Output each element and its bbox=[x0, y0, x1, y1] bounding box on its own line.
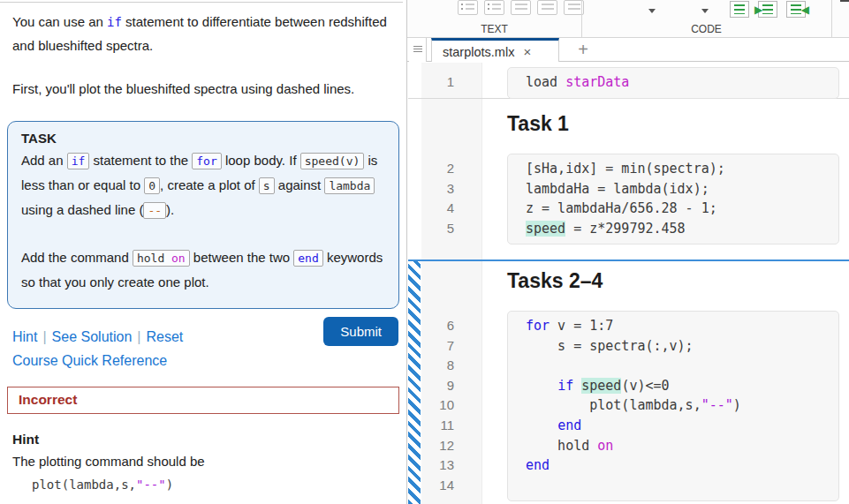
link-separator: | bbox=[137, 329, 140, 344]
inline-code-token: if bbox=[67, 153, 90, 169]
line-number: 7 bbox=[421, 336, 454, 357]
code-block[interactable]: for v = 1:7 s = spectra(:,v); if speed(v… bbox=[507, 311, 839, 501]
course-quick-reference-row: Course Quick Reference bbox=[12, 353, 406, 369]
editor-toolbar: TEXT ▶◀ CODE bbox=[407, 0, 849, 38]
toolbar-divider bbox=[831, 0, 832, 37]
inline-code-token: hold on bbox=[133, 250, 190, 267]
run-section-icon[interactable] bbox=[730, 1, 749, 18]
code-block[interactable]: [sHa,idx] = min(spectra);lambdaHa = lamb… bbox=[507, 154, 839, 244]
code-line[interactable]: lambdaHa = lambda(idx); bbox=[526, 179, 838, 199]
task-box-title: TASK bbox=[21, 131, 385, 146]
bulleted-list-icon[interactable] bbox=[458, 0, 478, 15]
section-break-selected bbox=[408, 260, 849, 261]
inline-code-token: speed(v) bbox=[300, 153, 365, 169]
dropdown-caret-icon[interactable] bbox=[701, 9, 709, 13]
code-editor[interactable]: 1load starDataTask 12345[sHa,idx] = min(… bbox=[407, 62, 849, 504]
code-run-icons: ▶◀ bbox=[730, 1, 806, 18]
task-box: TASK Add an if statement to the for loop… bbox=[7, 121, 399, 309]
feedback-status: Incorrect bbox=[19, 392, 77, 407]
code-line[interactable]: [sHa,idx] = min(spectra); bbox=[526, 159, 838, 179]
inline-code-token: end bbox=[293, 250, 322, 267]
hint-title: Hint bbox=[12, 432, 406, 448]
code-line[interactable]: hold on bbox=[526, 436, 838, 456]
hint-body: The plotting command should be bbox=[12, 454, 406, 469]
section-heading[interactable]: Tasks 2–4 bbox=[507, 269, 603, 293]
line-number: 9 bbox=[421, 376, 454, 396]
line-number: 6 bbox=[421, 316, 454, 336]
text-format-icons bbox=[458, 0, 584, 15]
hint-code: plot(lambda,s,"--") bbox=[32, 478, 406, 492]
line-number: 4 bbox=[421, 199, 454, 219]
code-line[interactable] bbox=[526, 356, 838, 376]
line-number: 1 bbox=[421, 72, 454, 93]
line-number: 8 bbox=[421, 356, 454, 376]
code-group-label: CODE bbox=[581, 23, 831, 35]
code-line[interactable]: speed = z*299792.458 bbox=[526, 219, 838, 239]
line-number: 14 bbox=[421, 476, 454, 496]
line-number: 2 bbox=[421, 159, 454, 179]
intro-paragraph: First, you'll plot the blueshifted spect… bbox=[12, 78, 390, 102]
dropdown-caret-icon[interactable] bbox=[648, 9, 656, 13]
task-paragraph: Add the command hold on between the two … bbox=[21, 245, 385, 294]
run-to-end-icon[interactable]: ◀ bbox=[786, 1, 806, 18]
line-number: 11 bbox=[421, 416, 454, 436]
line-number: 13 bbox=[421, 455, 454, 476]
code-line[interactable] bbox=[526, 476, 838, 496]
hint-link[interactable]: Hint bbox=[12, 329, 37, 344]
close-tab-icon[interactable]: × bbox=[523, 44, 531, 59]
top-divider bbox=[0, 2, 403, 3]
code-line[interactable]: z = lambdaHa/656.28 - 1; bbox=[526, 199, 838, 219]
feedback-box: Incorrect bbox=[7, 387, 399, 414]
link-separator: | bbox=[42, 329, 46, 344]
section-heading[interactable]: Task 1 bbox=[507, 112, 569, 136]
code-line[interactable]: end bbox=[526, 416, 838, 436]
code-block[interactable]: load starData bbox=[507, 67, 839, 99]
tabs-menu-button[interactable] bbox=[409, 38, 427, 62]
reset-link[interactable]: Reset bbox=[147, 329, 184, 344]
tab-title: starplots.mlx bbox=[443, 45, 514, 59]
cropped-toolbar-element bbox=[840, 0, 849, 2]
code-line[interactable]: s = spectra(:,v); bbox=[526, 336, 838, 357]
line-number: 5 bbox=[421, 219, 454, 239]
tab-starplots[interactable]: starplots.mlx × bbox=[431, 38, 559, 63]
inline-code-token: lambda bbox=[324, 177, 375, 194]
code-line[interactable]: plot(lambda,s,"--") bbox=[526, 395, 838, 416]
inline-code-token: 0 bbox=[144, 177, 160, 194]
stale-section-indicator bbox=[408, 261, 421, 504]
text-group-label: TEXT bbox=[407, 23, 581, 35]
inline-code-token: -- bbox=[143, 202, 166, 219]
course-quick-reference-link[interactable]: Course Quick Reference bbox=[12, 353, 167, 368]
line-number: 3 bbox=[421, 179, 454, 199]
line-number: 12 bbox=[421, 436, 454, 456]
numbered-list-icon[interactable] bbox=[484, 0, 504, 15]
live-editor-pane: TEXT ▶◀ CODE starplots.mlx × + 1load sta… bbox=[406, 0, 849, 504]
inline-code-token: s bbox=[259, 177, 275, 194]
code-line[interactable]: if speed(v)<=0 bbox=[526, 376, 838, 396]
new-tab-button[interactable]: + bbox=[572, 39, 595, 62]
run-and-advance-icon[interactable]: ▶ bbox=[758, 1, 777, 18]
instructions-panel: You can use an if statement to different… bbox=[0, 0, 406, 504]
code-line[interactable]: for v = 1:7 bbox=[526, 316, 838, 336]
align-center-icon[interactable] bbox=[537, 0, 557, 15]
see-solution-link[interactable]: See Solution bbox=[52, 329, 133, 344]
code-line[interactable]: end bbox=[526, 455, 838, 476]
align-left-icon[interactable] bbox=[511, 0, 531, 15]
document-tab-bar: starplots.mlx × + bbox=[407, 38, 849, 62]
intro-paragraph: You can use an if statement to different… bbox=[12, 11, 390, 57]
submit-button[interactable]: Submit bbox=[323, 317, 398, 346]
task-paragraph: Add an if statement to the for loop body… bbox=[21, 148, 385, 222]
inline-code-token: for bbox=[192, 153, 221, 169]
line-number: 10 bbox=[421, 395, 454, 416]
code-line[interactable]: load starData bbox=[526, 72, 838, 93]
menu-icon bbox=[413, 46, 422, 54]
